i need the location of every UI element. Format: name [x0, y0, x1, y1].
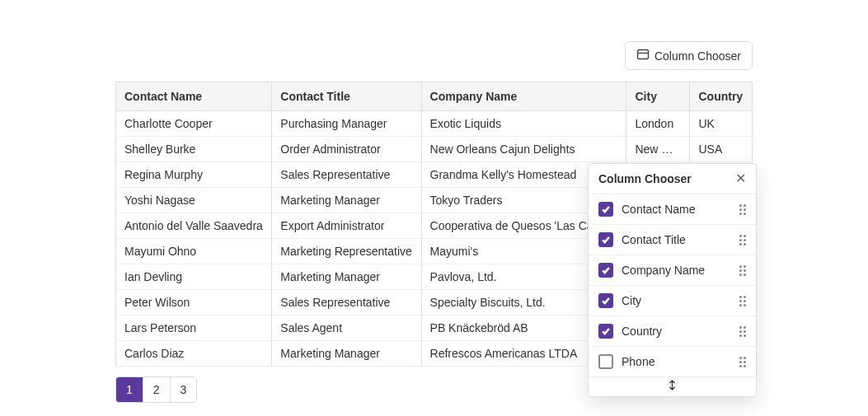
column-chooser-item[interactable]: Company Name — [589, 255, 756, 285]
column-chooser-item[interactable]: Contact Title — [589, 224, 756, 255]
cell-contact-title: Purchasing Manager — [272, 111, 421, 137]
column-header-city[interactable]: City — [626, 82, 690, 111]
column-chooser-icon — [636, 48, 650, 63]
column-chooser-button-label: Column Chooser — [655, 49, 741, 63]
checkbox[interactable] — [598, 202, 613, 217]
column-chooser-item[interactable]: Contact Name — [589, 194, 756, 224]
drag-handle-icon[interactable] — [739, 357, 746, 367]
page-button-3[interactable]: 3 — [171, 377, 197, 402]
checkbox[interactable] — [598, 354, 613, 369]
panel-title: Column Chooser — [598, 172, 692, 185]
cell-city: New Orleans — [626, 137, 690, 162]
pagination: 123 — [115, 376, 197, 403]
column-chooser-item-label: City — [622, 294, 731, 307]
cell-contact-title: Order Administrator — [272, 137, 421, 162]
cell-contact-name: Shelley Burke — [116, 137, 272, 162]
cell-contact-name: Ian Devling — [116, 264, 272, 290]
cell-country: USA — [690, 137, 753, 162]
column-header-company-name[interactable]: Company Name — [421, 82, 626, 111]
cell-contact-title: Sales Representative — [272, 162, 421, 188]
column-chooser-item-label: Phone — [622, 355, 731, 368]
panel-header: Column Chooser ✕ — [589, 164, 756, 194]
column-chooser-item-label: Contact Title — [622, 233, 731, 246]
drag-handle-icon[interactable] — [739, 204, 746, 215]
close-button[interactable]: ✕ — [735, 172, 746, 185]
column-chooser-button[interactable]: Column Chooser — [625, 41, 753, 70]
column-chooser-panel: Column Chooser ✕ Contact NameContact Tit… — [588, 163, 757, 397]
column-chooser-item-label: Company Name — [622, 264, 731, 277]
column-chooser-item[interactable]: City — [589, 285, 756, 316]
column-chooser-item[interactable]: Phone — [589, 346, 756, 376]
table-header-row: Contact Name Contact Title Company Name … — [116, 82, 753, 111]
cell-contact-title: Sales Representative — [272, 290, 421, 316]
column-header-contact-name[interactable]: Contact Name — [116, 82, 272, 111]
cell-contact-name: Charlotte Cooper — [116, 111, 272, 137]
drag-handle-icon[interactable] — [739, 296, 746, 306]
cell-contact-name: Peter Wilson — [116, 290, 272, 316]
column-header-contact-title[interactable]: Contact Title — [272, 82, 421, 111]
svg-rect-0 — [637, 50, 648, 59]
resize-handle[interactable] — [589, 376, 756, 396]
cell-contact-title: Marketing Manager — [272, 264, 421, 290]
drag-handle-icon[interactable] — [739, 326, 746, 337]
column-chooser-item-label: Country — [622, 325, 731, 338]
checkbox[interactable] — [598, 263, 613, 278]
cell-contact-title: Marketing Representative — [272, 239, 421, 264]
table-row: Shelley BurkeOrder AdministratorNew Orle… — [116, 137, 753, 162]
cell-contact-name: Lars Peterson — [116, 316, 272, 341]
table-row: Charlotte CooperPurchasing ManagerExotic… — [116, 111, 753, 137]
cell-contact-name: Yoshi Nagase — [116, 188, 272, 213]
cell-contact-title: Marketing Manager — [272, 188, 421, 213]
page-button-2[interactable]: 2 — [143, 377, 171, 402]
checkbox[interactable] — [598, 324, 613, 339]
page-button-1[interactable]: 1 — [116, 377, 143, 402]
column-header-country[interactable]: Country — [690, 82, 753, 111]
cell-contact-title: Export Administrator — [272, 213, 421, 239]
cell-contact-name: Mayumi Ohno — [116, 239, 272, 264]
cell-country: UK — [690, 111, 753, 137]
resize-vertical-icon — [668, 380, 677, 393]
cell-company-name: Exotic Liquids — [421, 111, 626, 137]
cell-contact-title: Marketing Manager — [272, 341, 421, 367]
cell-company-name: New Orleans Cajun Delights — [421, 137, 626, 162]
cell-contact-title: Sales Agent — [272, 316, 421, 341]
cell-contact-name: Regina Murphy — [116, 162, 272, 188]
checkbox[interactable] — [598, 293, 613, 308]
column-chooser-item-label: Contact Name — [622, 203, 731, 216]
checkbox[interactable] — [598, 232, 613, 247]
cell-contact-name: Carlos Diaz — [116, 341, 272, 367]
cell-city: London — [626, 111, 690, 137]
column-chooser-item[interactable]: Country — [589, 316, 756, 346]
toolbar: Column Chooser — [115, 41, 753, 70]
drag-handle-icon[interactable] — [739, 235, 746, 245]
cell-contact-name: Antonio del Valle Saavedra — [116, 213, 272, 239]
drag-handle-icon[interactable] — [739, 265, 746, 276]
close-icon: ✕ — [735, 171, 746, 185]
